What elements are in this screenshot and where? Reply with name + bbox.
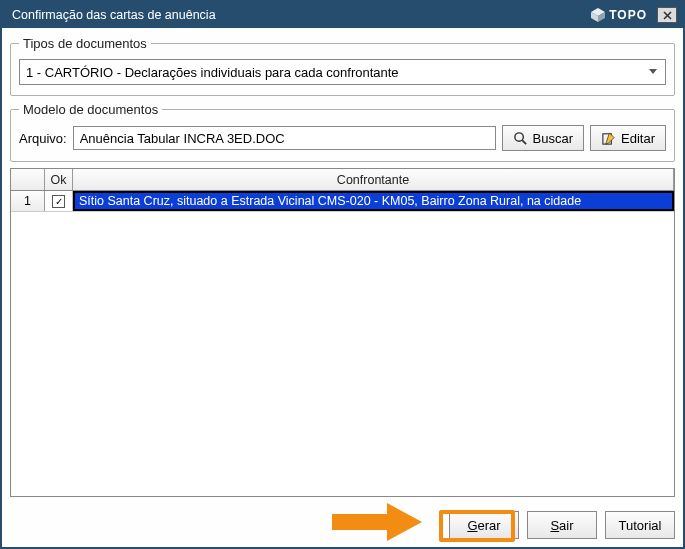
titlebar: Confirmação das cartas de anuência TOPO — [2, 2, 683, 28]
table-header: Ok Confrontante — [11, 169, 674, 191]
table-body: 1 ✓ Sítio Santa Cruz, situado a Estrada … — [11, 191, 674, 496]
close-button[interactable] — [657, 7, 677, 23]
tutorial-label: Tutorial — [619, 518, 662, 533]
tipos-selected-text: 1 - CARTÓRIO - Declarações individuais p… — [26, 65, 399, 80]
close-icon — [663, 11, 672, 20]
ok-checkbox[interactable]: ✓ — [52, 195, 65, 208]
confrontantes-table: Ok Confrontante 1 ✓ Sítio Santa Cruz, si… — [10, 168, 675, 497]
sair-rest: air — [559, 518, 573, 533]
gerar-rest: erar — [478, 518, 501, 533]
modelo-legend: Modelo de documentos — [19, 102, 162, 117]
edit-icon — [601, 131, 616, 146]
col-header-num — [11, 169, 45, 190]
row-number: 1 — [11, 191, 45, 211]
footer-bar: Gerar Sair Tutorial — [2, 505, 683, 547]
tipos-documentos-group: Tipos de documentos 1 - CARTÓRIO - Decla… — [10, 36, 675, 96]
window-title: Confirmação das cartas de anuência — [12, 8, 590, 22]
tipos-documentos-combo[interactable]: 1 - CARTÓRIO - Declarações individuais p… — [19, 59, 666, 85]
cube-icon — [590, 7, 606, 23]
content-area: Tipos de documentos 1 - CARTÓRIO - Decla… — [2, 28, 683, 505]
chevron-down-icon — [649, 69, 657, 74]
editar-button[interactable]: Editar — [590, 125, 666, 151]
tutorial-button[interactable]: Tutorial — [605, 511, 675, 539]
svg-rect-8 — [332, 514, 387, 530]
dialog-window: Confirmação das cartas de anuência TOPO … — [0, 0, 685, 549]
tipos-legend: Tipos de documentos — [19, 36, 151, 51]
modelo-documentos-group: Modelo de documentos Arquivo: Buscar — [10, 102, 675, 162]
col-header-confrontante: Confrontante — [73, 169, 674, 190]
svg-marker-9 — [387, 503, 422, 541]
buscar-button[interactable]: Buscar — [502, 125, 584, 151]
search-icon — [513, 131, 528, 146]
table-row[interactable]: 1 ✓ Sítio Santa Cruz, situado a Estrada … — [11, 191, 674, 212]
row-confrontante-cell: Sítio Santa Cruz, situado a Estrada Vici… — [73, 191, 674, 211]
arquivo-label: Arquivo: — [19, 131, 67, 146]
brand-logo: TOPO — [590, 7, 647, 23]
gerar-button[interactable]: Gerar — [449, 511, 519, 539]
annotation-arrow-icon — [332, 501, 422, 543]
arquivo-row: Arquivo: Buscar Editar — [19, 125, 666, 151]
arquivo-input[interactable] — [73, 126, 496, 150]
svg-point-5 — [514, 132, 522, 140]
row-ok-cell[interactable]: ✓ — [45, 191, 73, 211]
svg-line-6 — [522, 140, 526, 144]
sair-button[interactable]: Sair — [527, 511, 597, 539]
col-header-ok: Ok — [45, 169, 73, 190]
